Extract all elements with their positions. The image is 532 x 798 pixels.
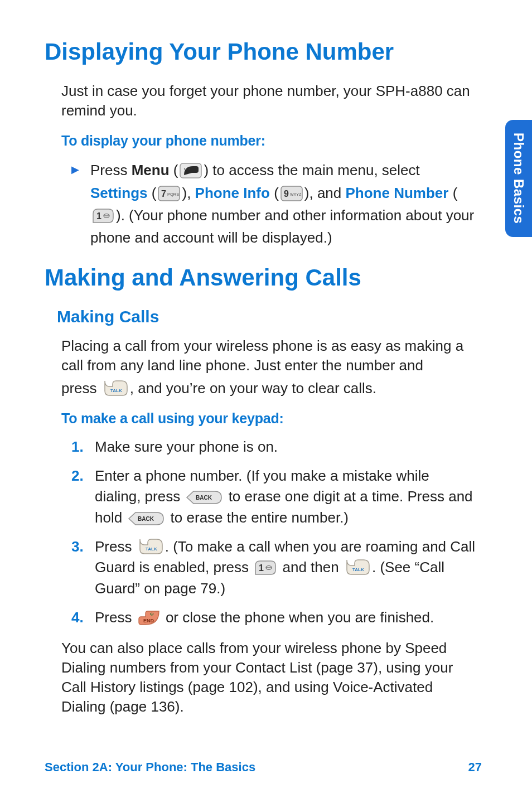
bullet-display-number: ▶ Press Menu () to access the main menu,…	[61, 159, 476, 249]
talk-key-icon	[103, 379, 128, 396]
t: (	[270, 185, 279, 201]
subhead-make-call-keypad: To make a call using your keypad:	[61, 410, 476, 427]
step-text: Press or close the phone when you are fi…	[95, 607, 476, 628]
page: Phone Basics Displaying Your Phone Numbe…	[0, 0, 532, 798]
footer-page-number: 27	[468, 760, 482, 775]
t: Press	[95, 538, 136, 555]
t: , and you’re on your way to clear calls.	[130, 380, 376, 396]
bullet-arrow-icon: ▶	[71, 163, 79, 176]
step-number: 4.	[71, 607, 95, 628]
steps-list: 1. Make sure your phone is on. 2. Enter …	[61, 437, 476, 628]
t: Press	[95, 609, 136, 626]
back-key-icon	[128, 511, 165, 526]
heading-making-calls: Making Calls	[45, 307, 482, 326]
subhead-display-number: To display your phone number:	[61, 133, 476, 149]
intro-paragraph-1: Just in case you forget your phone numbe…	[61, 81, 476, 120]
making-calls-para-2: press , and you’re on your way to clear …	[61, 379, 476, 398]
back-key-icon	[186, 490, 223, 505]
phone-info-label: Phone Info	[195, 185, 270, 201]
heading-making-answering-calls: Making and Answering Calls	[45, 265, 482, 291]
step-2: 2. Enter a phone number. (If you make a …	[71, 466, 476, 529]
t: press	[61, 380, 101, 396]
step-text: Enter a phone number. (If you make a mis…	[95, 466, 476, 529]
step-3: 3. Press . (To make a call when you are …	[71, 536, 476, 599]
step-number: 2.	[71, 466, 95, 487]
menu-key-icon	[180, 163, 202, 178]
side-tab: Phone Basics	[505, 120, 532, 237]
t: (	[448, 185, 457, 201]
step-4: 4. Press or close the phone when you are…	[71, 607, 476, 628]
t: ) to access the main menu, select	[204, 162, 419, 178]
settings-label: Settings	[90, 185, 148, 201]
footer-section: Section 2A: Your Phone: The Basics	[45, 760, 255, 775]
heading-displaying-phone-number: Displaying Your Phone Number	[45, 39, 482, 65]
side-tab-label: Phone Basics	[511, 133, 526, 224]
phone-number-label: Phone Number	[346, 185, 449, 201]
t: ), and	[304, 185, 346, 201]
menu-label: Menu	[132, 162, 170, 178]
t: ). (Your phone number and other informat…	[90, 207, 474, 246]
key-1-icon	[92, 208, 114, 224]
t: Press	[90, 162, 132, 178]
page-footer: Section 2A: Your Phone: The Basics 27	[45, 760, 482, 775]
step-1: 1. Make sure your phone is on.	[71, 437, 476, 458]
bullet-text: Press Menu () to access the main menu, s…	[90, 159, 476, 249]
making-calls-para-1: Placing a call from your wireless phone …	[61, 336, 476, 375]
step-text: Press . (To make a call when you are roa…	[95, 536, 476, 599]
t: (	[148, 185, 157, 201]
key-1-icon	[254, 560, 277, 575]
t: ),	[182, 185, 195, 201]
step-text: Make sure your phone is on.	[95, 437, 476, 458]
closing-paragraph: You can also place calls from your wirel…	[61, 639, 476, 717]
t: to erase the entire number.)	[166, 509, 349, 526]
key-9-icon	[280, 186, 303, 201]
t: and then	[278, 559, 343, 575]
talk-key-icon	[138, 537, 163, 555]
step-number: 1.	[71, 437, 95, 458]
talk-key-icon	[345, 558, 370, 575]
key-7-icon	[158, 186, 180, 201]
end-key-icon	[138, 609, 160, 626]
t: (	[170, 162, 178, 178]
t: or close the phone when you are finished…	[162, 609, 434, 626]
step-number: 3.	[71, 536, 95, 558]
